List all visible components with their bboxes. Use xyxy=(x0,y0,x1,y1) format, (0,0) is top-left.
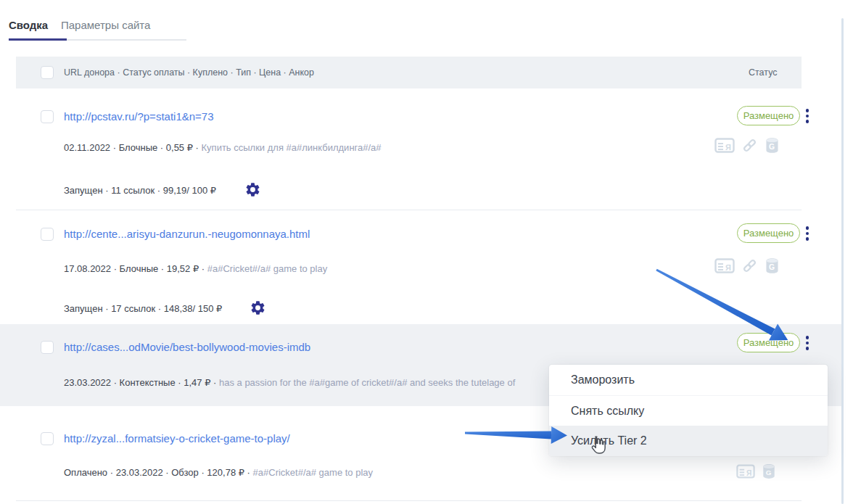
row-meta: Оплачено · 23.03.2022 · Обзор · 120,78 ₽… xyxy=(64,467,253,478)
status-badge: Размещено xyxy=(737,223,800,243)
svg-text:G: G xyxy=(769,143,775,151)
columns-header-label: URL донора · Статус оплаты · Куплено · Т… xyxy=(64,67,314,78)
svg-text:G: G xyxy=(766,468,772,476)
status-badge: Размещено xyxy=(737,106,800,125)
row-indicator-icons: Я G xyxy=(714,137,780,157)
vertical-scrollbar[interactable] xyxy=(841,18,844,504)
donor-url-link[interactable]: http://zyzal...formatsiey-o-cricket-game… xyxy=(64,432,290,445)
row-divider xyxy=(16,210,802,210)
tab-site-parameters[interactable]: Параметры сайта xyxy=(61,19,150,31)
google-cache-icon: G xyxy=(765,137,780,157)
kebab-menu-button[interactable] xyxy=(802,224,812,243)
row-meta: 23.03.2022 · Контекстные · 1,47 ₽ · xyxy=(64,377,219,388)
row-meta: 02.11.2022 · Блочные · 0,55 ₽ · xyxy=(64,142,202,153)
donor-url-link[interactable]: http://cente...arisyu-danzurun.-neugomon… xyxy=(64,228,310,240)
row-meta-line: Оплачено · 23.03.2022 · Обзор · 120,78 ₽… xyxy=(64,467,373,478)
row-anchor-text: has a passion for the #a#game of cricket… xyxy=(219,377,515,388)
gear-icon[interactable] xyxy=(250,299,266,319)
row-divider xyxy=(16,500,802,501)
gear-icon[interactable] xyxy=(244,181,261,201)
row-indicator-icons: Я G xyxy=(736,463,776,482)
select-all-checkbox[interactable] xyxy=(41,66,54,79)
tab-summary[interactable]: Сводка xyxy=(9,19,48,31)
svg-text:Я: Я xyxy=(746,469,751,477)
row-meta-line: 17.08.2022 · Блочные · 19,52 ₽ · #a#Cric… xyxy=(64,263,327,274)
yandex-index-icon: Я xyxy=(714,138,735,156)
table-header: URL донора · Статус оплаты · Куплено · Т… xyxy=(16,57,802,88)
yandex-index-icon: Я xyxy=(736,464,755,482)
row-anchor-text: Купить ссылки для #a#линкбилдинга#/a# xyxy=(202,142,382,153)
kebab-menu-button[interactable] xyxy=(802,334,812,352)
hand-pointer-icon xyxy=(589,435,607,458)
campaign-progress: Запущен · 11 ссылок · 99,19/ 100 ₽ xyxy=(64,185,216,196)
link-icon xyxy=(741,137,758,157)
status-header-label: Статус xyxy=(749,67,778,78)
donor-url-link[interactable]: http://cases...odMovie/best-bollywood-mo… xyxy=(64,341,310,353)
kebab-menu-button[interactable] xyxy=(802,107,812,125)
row-indicator-icons: Я G xyxy=(714,257,780,277)
row-anchor-text: #a#Cricket#/a# game to play xyxy=(207,263,327,274)
row-meta: 17.08.2022 · Блочные · 19,52 ₽ · xyxy=(64,263,207,274)
svg-text:G: G xyxy=(769,263,775,271)
status-badge: Размещено xyxy=(737,333,800,352)
row-checkbox[interactable] xyxy=(41,341,54,354)
menu-item-remove-link[interactable]: Снять ссылку xyxy=(549,395,828,426)
row-meta-line: 02.11.2022 · Блочные · 0,55 ₽ · Купить с… xyxy=(64,142,382,153)
campaign-progress: Запущен · 17 ссылок · 148,38/ 150 ₽ xyxy=(64,303,222,314)
row-checkbox[interactable] xyxy=(41,110,54,123)
row-checkbox[interactable] xyxy=(41,228,54,241)
tab-underline-active xyxy=(9,38,67,41)
menu-item-freeze[interactable]: Заморозить xyxy=(549,365,828,395)
yandex-index-icon: Я xyxy=(714,258,735,276)
google-cache-icon: G xyxy=(762,463,776,482)
row-meta-line: 23.03.2022 · Контекстные · 1,47 ₽ · has … xyxy=(64,377,515,388)
row-checkbox[interactable] xyxy=(41,432,54,445)
row-anchor-text: #a#Cricket#/a# game to play xyxy=(253,467,373,478)
link-icon xyxy=(741,257,758,277)
svg-text:Я: Я xyxy=(725,143,731,152)
donor-url-link[interactable]: http://pcstav.ru/?p=stati1&n=73 xyxy=(64,110,214,123)
google-cache-icon: G xyxy=(765,257,780,277)
page-root: Сводка Параметры сайта URL донора · Стат… xyxy=(0,0,853,504)
svg-text:Я: Я xyxy=(725,263,731,272)
